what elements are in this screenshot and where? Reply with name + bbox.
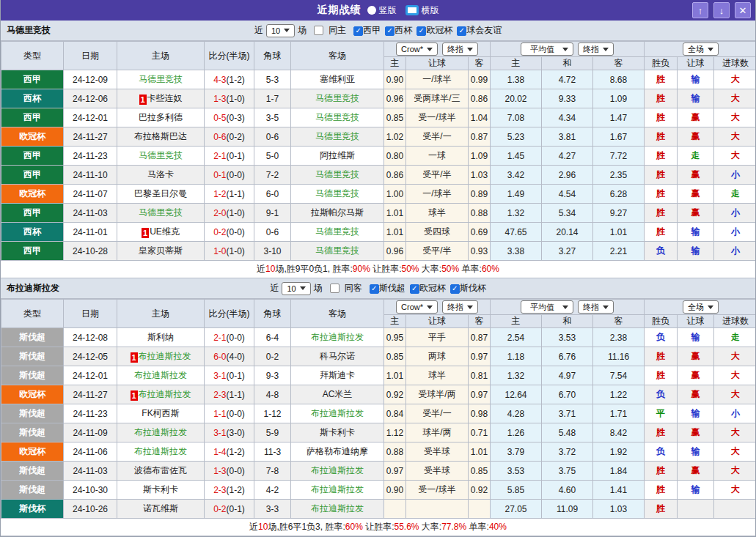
layout-horizontal-label: 横版 <box>422 4 439 17</box>
layout-radio-vertical[interactable]: 竖版 <box>367 4 397 17</box>
same-venue-checkbox[interactable] <box>314 26 323 35</box>
col-header-result-outcome: 胜负 <box>645 57 678 70</box>
full-time-score: 3-1 <box>213 428 226 438</box>
close-button[interactable]: ✕ <box>735 2 751 18</box>
avg-draw-odds: 3.81 <box>542 127 593 147</box>
games-count-select[interactable]: 10 <box>282 282 310 295</box>
avg-draw-odds: 11.09 <box>542 500 593 519</box>
match-row: 斯伐超 24-10-30 斯卡利卡 2-3(1-2) 4-2 布拉迪斯拉发 0.… <box>1 481 756 500</box>
corner-score: 5-0 <box>254 147 291 166</box>
odds-company-select[interactable]: Crow* <box>396 300 438 314</box>
avg-draw-odds: 20.14 <box>542 223 593 242</box>
result-handicap: 赢 <box>678 108 714 127</box>
near-label: 近 <box>270 282 279 295</box>
half-time-score: (0-0) <box>227 333 245 343</box>
odds-stage-select[interactable]: 终指 <box>442 300 478 314</box>
home-odds: 0.90 <box>384 481 406 500</box>
average-stage-select[interactable]: 终指 <box>578 300 614 314</box>
match-date: 24-11-23 <box>64 147 117 166</box>
league-checkbox[interactable]: ✓ <box>416 26 426 36</box>
match-row: 欧冠杯 24-11-07 巴黎圣日尔曼 1-2(1-1) 6-0 马德里竞技 1… <box>1 185 756 204</box>
avg-away-odds: 1.03 <box>593 500 645 519</box>
home-team: 1UE维克 <box>117 223 205 242</box>
col-header-handicap: 让球 <box>406 57 469 70</box>
league-checkbox[interactable]: ✓ <box>370 284 379 294</box>
games-count-select[interactable]: 10 <box>266 24 295 37</box>
same-venue-checkbox[interactable] <box>330 284 340 293</box>
home-odds: 1.02 <box>384 127 406 147</box>
league-label: 欧冠杯 <box>419 283 446 293</box>
full-time-score: 2-1 <box>213 151 226 161</box>
move-down-button[interactable]: ↓ <box>713 2 730 18</box>
avg-home-odds: 1.18 <box>491 347 542 366</box>
result-goals: 大 <box>714 385 756 404</box>
match-score: 2-3(1-1) <box>205 385 254 404</box>
match-score: 3-1(0-1) <box>205 366 254 385</box>
result-handicap: 赢 <box>678 204 714 223</box>
home-odds: 0.86 <box>384 166 406 185</box>
match-row: 欧冠杯 24-11-27 布拉格斯巴达 0-6(0-2) 0-6 马德里竞技 1… <box>1 127 756 147</box>
check-icon: ✓ <box>411 285 417 292</box>
result-goals: 大 <box>714 423 756 442</box>
half-time-score: (0-3) <box>227 113 245 123</box>
move-up-button[interactable]: ↑ <box>692 2 708 18</box>
avg-home-odds: 1.26 <box>491 423 542 442</box>
result-handicap: 输 <box>678 481 714 500</box>
full-time-score: 4-3 <box>213 75 226 85</box>
handicap-line: 一球 <box>406 147 469 166</box>
match-row: 欧冠杯 24-11-27 1布拉迪斯拉发 2-3(1-1) 4-8 AC米兰 0… <box>1 385 756 404</box>
scope-select[interactable]: 全场 <box>683 300 719 314</box>
match-score: 2-3(1-2) <box>205 481 254 500</box>
avg-away-odds: 7.72 <box>593 147 645 166</box>
league-filters: ✓斯伐超✓欧冠杯✓斯伐杯 <box>365 282 486 295</box>
col-header-corner: 角球 <box>254 42 291 70</box>
league-checkbox[interactable]: ✓ <box>353 26 363 36</box>
match-type-badge: 欧冠杯 <box>1 442 64 462</box>
col-header-away: 客场 <box>291 42 384 70</box>
col-header-odds-away: 客 <box>469 57 491 70</box>
handicap-line: 受一/球半 <box>406 481 469 500</box>
summary-segment: 大率: <box>419 264 442 274</box>
chevron-down-icon <box>467 48 473 51</box>
layout-radio-horizontal[interactable]: 横版 <box>405 4 439 17</box>
league-filters: ✓西甲✓西杯✓欧冠杯✓球会友谊 <box>349 24 502 37</box>
result-goals: 大 <box>714 481 756 500</box>
average-select[interactable]: 平均值 <box>521 300 573 314</box>
match-date: 24-12-01 <box>64 366 117 385</box>
near-label: 近 <box>254 24 263 37</box>
handicap-line: 平手 <box>406 328 469 347</box>
filter-bar: 近 10 场 同客 ✓斯伐超✓欧冠杯✓斯伐杯 <box>270 282 485 295</box>
match-type-badge: 西甲 <box>1 242 64 261</box>
match-type-badge: 欧冠杯 <box>1 127 64 147</box>
chevron-down-icon <box>562 48 568 51</box>
full-time-score: 1-4 <box>213 447 226 457</box>
result-goals: 大 <box>714 462 756 481</box>
league-checkbox[interactable]: ✓ <box>450 284 460 294</box>
full-time-score: 2-3 <box>213 390 226 400</box>
col-header-score: 比分(半场) <box>205 300 254 328</box>
match-date: 24-11-03 <box>64 462 117 481</box>
league-checkbox[interactable]: ✓ <box>385 26 394 36</box>
odds-stage-select[interactable]: 终指 <box>442 42 478 56</box>
match-score: 1-3(0-0) <box>205 462 254 481</box>
league-checkbox[interactable]: ✓ <box>457 26 466 36</box>
result-outcome: 负 <box>645 328 678 347</box>
avg-home-odds: 20.02 <box>491 89 542 108</box>
away-team: 布拉迪斯拉发 <box>291 500 384 519</box>
odds-company-select[interactable]: Crow* <box>396 42 438 56</box>
avg-away-odds: 7.54 <box>593 366 645 385</box>
avg-away-odds: 6.28 <box>593 185 645 204</box>
corner-score: 0-6 <box>254 223 291 242</box>
summary-segment: 场,胜6平1负3, 胜率: <box>268 522 345 532</box>
avg-draw-odds: 4.97 <box>542 366 593 385</box>
result-goals: 小 <box>714 204 756 223</box>
league-checkbox[interactable]: ✓ <box>410 284 419 294</box>
average-select[interactable]: 平均值 <box>521 42 573 56</box>
avg-draw-odds: 3.75 <box>542 462 593 481</box>
avg-away-odds: 2.35 <box>593 166 645 185</box>
col-header-result-handicap: 让球 <box>678 315 714 328</box>
result-handicap: 输 <box>678 328 714 347</box>
col-header-odds-home: 主 <box>384 57 406 70</box>
scope-select[interactable]: 全场 <box>683 42 719 56</box>
average-stage-select[interactable]: 终指 <box>578 42 614 56</box>
